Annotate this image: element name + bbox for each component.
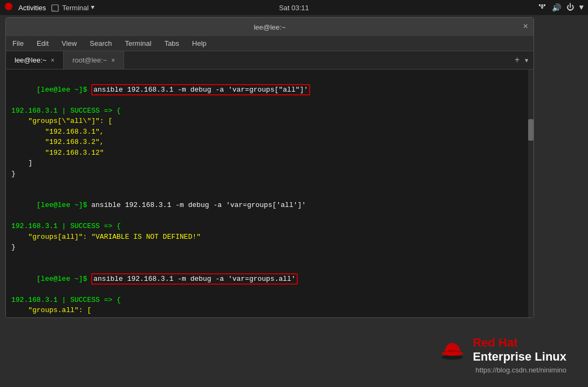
redhat-enterprise: Enterprise Linux [473, 350, 566, 364]
menu-file[interactable]: File [10, 38, 26, 49]
terminal-dropdown-icon[interactable]: ▼ [91, 4, 94, 11]
topbar-right: 🔊 ⏻ ▼ [538, 2, 584, 13]
tab-lee-close[interactable]: × [51, 57, 54, 64]
redhat-text: Red Hat Enterprise Linux [473, 336, 566, 364]
svg-point-0 [5, 3, 12, 10]
terminal-line: [lee@lee ~]$ ansible 192.168.3.1 -m debu… [11, 190, 528, 222]
svg-rect-6 [541, 7, 543, 9]
scrollbar[interactable] [528, 70, 534, 317]
terminal-content[interactable]: [lee@lee ~]$ ansible 192.168.3.1 -m debu… [6, 70, 534, 317]
redhat-logo: Red Hat Enterprise Linux [439, 336, 566, 364]
bottom-area: Red Hat Enterprise Linux https://blog.cs… [0, 322, 588, 387]
svg-rect-5 [544, 4, 545, 6]
tab-root-close[interactable]: × [111, 57, 115, 64]
terminal-line: "groups[\"all\"]": [ [11, 116, 528, 127]
prompt: [lee@lee ~]$ [37, 275, 91, 283]
menu-bar: File Edit View Search Terminal Tabs Help [6, 36, 534, 51]
terminal-line: "groups[all]": "VARIABLE IS NOT DEFINED!… [11, 232, 528, 243]
redhat-red: Red Hat [473, 336, 517, 349]
terminal-line: } [11, 242, 528, 253]
menu-search[interactable]: Search [87, 38, 114, 49]
redhat-url[interactable]: https://blog.csdn.net/ninimino [476, 366, 566, 374]
menu-tabs[interactable]: Tabs [162, 38, 181, 49]
topbar-datetime: Sat 03:11 [279, 4, 309, 12]
terminal-line [11, 179, 528, 190]
menu-help[interactable]: Help [190, 38, 209, 49]
menu-terminal[interactable]: Terminal [123, 38, 154, 49]
terminal-line: "192.168.3.12" [11, 148, 528, 158]
power-icon[interactable]: ⏻ [566, 3, 574, 12]
close-button[interactable]: × [523, 23, 528, 31]
highlighted-cmd-2: ansible 192.168.3.1 -m debug -a 'var=gro… [91, 273, 297, 285]
terminal-label: Terminal [62, 4, 88, 12]
terminal-line: [lee@lee ~]$ ansible 192.168.3.1 -m debu… [11, 74, 528, 106]
highlighted-cmd-1: ansible 192.168.3.1 -m debug -a 'var=gro… [91, 84, 310, 95]
terminal-line: "192.168.3.1", [11, 127, 528, 137]
cmd-2: ansible 192.168.3.1 -m debug -a 'var=gro… [91, 201, 306, 209]
svg-rect-3 [539, 4, 541, 6]
scrollbar-thumb[interactable] [528, 119, 534, 141]
terminal-line: "192.168.3.2", [11, 137, 528, 148]
menu-view[interactable]: View [59, 38, 79, 49]
terminal-line: 192.168.3.1 | SUCCESS => { [11, 106, 528, 116]
menu-edit[interactable]: Edit [35, 38, 51, 49]
prompt: [lee@lee ~]$ [37, 86, 91, 94]
redhat-hat-icon [439, 339, 466, 361]
terminal-line: "192.168.3.1", [11, 316, 528, 318]
activities-button[interactable]: Activities [15, 3, 49, 13]
volume-icon[interactable]: 🔊 [552, 3, 561, 12]
terminal-line: "groups.all": [ [11, 305, 528, 316]
new-tab-icon[interactable]: + [515, 56, 520, 65]
arrow-down-icon[interactable]: ▼ [579, 3, 584, 12]
svg-rect-4 [541, 4, 543, 6]
terminal-line: 192.168.3.1 | SUCCESS => { [11, 221, 528, 232]
terminal-line: 192.168.3.1 | SUCCESS => { [11, 295, 528, 306]
tab-dropdown-icon[interactable]: ▾ [524, 55, 529, 66]
terminal-icon: _ [51, 3, 60, 12]
tabs-bar: lee@lee:~ × root@lee:~ × + ▾ [6, 51, 534, 70]
title-bar: lee@lee:~ × [6, 18, 534, 36]
tab-lee[interactable]: lee@lee:~ × [6, 51, 64, 69]
terminal-line [11, 253, 528, 264]
topbar-left: Activities _ Terminal ▼ [4, 2, 94, 13]
tab-root[interactable]: root@lee:~ × [64, 51, 124, 69]
terminal-line: } [11, 169, 528, 179]
svg-line-8 [539, 6, 542, 7]
terminal-line: ] [11, 158, 528, 169]
tab-lee-label: lee@lee:~ [15, 56, 46, 64]
redhat-name: Red Hat [473, 336, 566, 350]
network-icon[interactable] [538, 2, 546, 13]
tab-root-label: root@lee:~ [72, 56, 107, 64]
redhat-icon [4, 2, 13, 13]
terminal-window: lee@lee:~ × File Edit View Search Termin… [5, 17, 534, 318]
svg-text:_: _ [52, 6, 56, 11]
terminal-line: [lee@lee ~]$ ansible 192.168.3.1 -m debu… [11, 263, 528, 295]
tab-actions: + ▾ [510, 51, 534, 69]
window-title: lee@lee:~ [254, 23, 285, 31]
topbar: Activities _ Terminal ▼ Sat 03:11 🔊 ⏻ ▼ [0, 0, 588, 15]
svg-line-9 [542, 6, 545, 7]
prompt: [lee@lee ~]$ [37, 201, 91, 209]
